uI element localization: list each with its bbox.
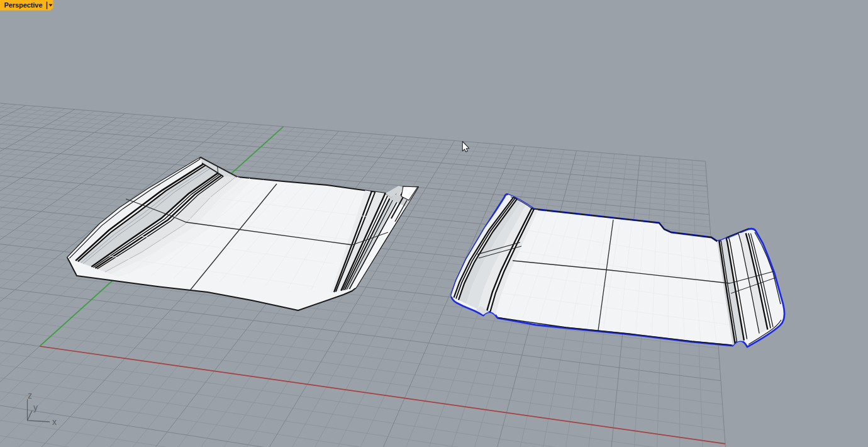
svg-text:y: y	[33, 402, 38, 412]
svg-text:x: x	[52, 417, 57, 427]
svg-text:Perspective: Perspective	[4, 1, 43, 9]
svg-text:z: z	[28, 390, 32, 400]
